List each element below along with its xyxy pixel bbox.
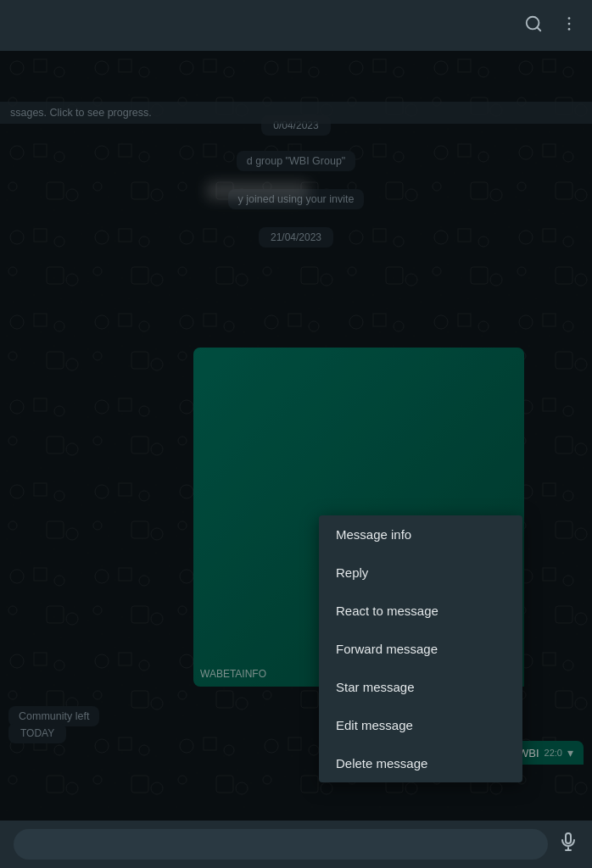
context-menu: Message info Reply React to message Forw… — [319, 515, 522, 782]
context-menu-item-reply[interactable]: Reply — [319, 554, 522, 592]
delete-message-label: Delete message — [336, 756, 427, 771]
forward-message-label: Forward message — [336, 642, 438, 656]
context-menu-item-star-message[interactable]: Star message — [319, 668, 522, 706]
edit-message-label: Edit message — [336, 718, 413, 732]
svg-rect-5 — [566, 833, 571, 843]
star-message-label: Star message — [336, 680, 415, 694]
context-menu-item-forward-message[interactable]: Forward message — [319, 630, 522, 668]
react-to-message-label: React to message — [336, 604, 438, 618]
svg-point-2 — [568, 17, 571, 19]
more-options-icon[interactable] — [560, 14, 578, 37]
search-icon[interactable] — [524, 14, 543, 37]
bottom-bar — [0, 821, 592, 868]
header-bar — [0, 0, 592, 51]
context-menu-item-react-to-message[interactable]: React to message — [319, 592, 522, 630]
svg-point-4 — [568, 28, 571, 31]
context-menu-item-edit-message[interactable]: Edit message — [319, 706, 522, 744]
svg-point-3 — [568, 22, 571, 25]
svg-line-1 — [537, 27, 540, 31]
reply-label: Reply — [336, 565, 368, 580]
context-menu-item-delete-message[interactable]: Delete message — [319, 744, 522, 782]
context-menu-item-message-info[interactable]: Message info — [319, 515, 522, 554]
message-info-label: Message info — [336, 527, 411, 542]
mic-icon[interactable] — [558, 832, 578, 857]
message-input[interactable] — [14, 829, 548, 860]
chat-area: ssages. Click to see progress. 0/04/2023… — [0, 51, 592, 821]
